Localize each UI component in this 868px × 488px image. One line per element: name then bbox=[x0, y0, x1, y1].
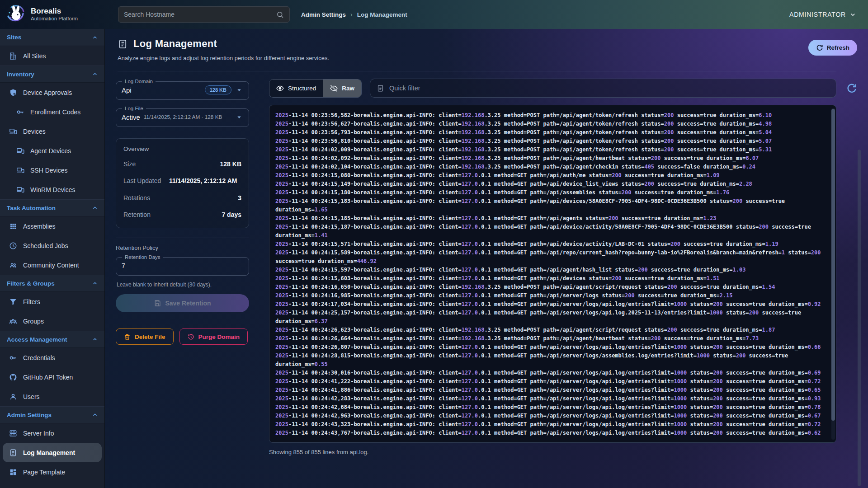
sidebar-item-groups[interactable]: Groups bbox=[0, 311, 104, 331]
log-domain-select[interactable]: Log Domain Api 128 KB bbox=[116, 79, 249, 100]
devices-icon bbox=[16, 166, 24, 174]
sidebar: SitesAll SitesInventoryDevice ApprovalsE… bbox=[0, 29, 105, 488]
overview-title: Overview bbox=[123, 145, 241, 152]
sidebar-item-assemblies[interactable]: Assemblies bbox=[0, 216, 104, 236]
clock-icon bbox=[9, 242, 17, 250]
log-line: 2025-11-14 00:24:16,985-borealis.engine.… bbox=[275, 291, 830, 300]
refresh-button[interactable]: Refresh bbox=[808, 40, 857, 56]
sidebar-item-device-approvals[interactable]: Device Approvals bbox=[0, 83, 104, 102]
log-file-value: Active bbox=[122, 113, 140, 121]
sidebar-section-label: Inventory bbox=[7, 71, 34, 78]
sidebar-item-server-info[interactable]: Server Info bbox=[0, 423, 104, 443]
raw-label: Raw bbox=[342, 85, 354, 92]
log-line: 2025-11-14 00:23:56,627-borealis.engine.… bbox=[275, 120, 830, 128]
divider bbox=[116, 238, 249, 238]
sidebar-item-label: Groups bbox=[23, 318, 44, 325]
eye-off-icon bbox=[330, 84, 338, 92]
log-line: 2025-11-14 00:24:16,650-borealis.engine.… bbox=[275, 283, 830, 291]
breadcrumb-admin-settings[interactable]: Admin Settings bbox=[301, 11, 346, 18]
sidebar-item-log-management[interactable]: Log Management bbox=[3, 443, 102, 462]
sidebar-item-community-content[interactable]: Community Content bbox=[0, 255, 104, 275]
sidebar-item-devices[interactable]: Devices bbox=[0, 122, 104, 141]
history-icon bbox=[188, 333, 194, 340]
search-input[interactable] bbox=[124, 11, 276, 18]
log-file-icon bbox=[377, 84, 384, 92]
sidebar-item-label: Page Template bbox=[23, 469, 65, 476]
log-line: 2025-11-14 00:24:25,157-borealis.engine.… bbox=[275, 309, 830, 326]
sidebar-item-enrollment-codes[interactable]: Enrollment Codes bbox=[0, 102, 104, 122]
overview-row-value: 3 bbox=[238, 193, 241, 202]
sidebar-item-label: GitHub API Token bbox=[23, 374, 73, 381]
chevron-down-icon bbox=[849, 11, 856, 18]
sidebar-section-access-management[interactable]: Access Management bbox=[0, 331, 104, 348]
overview-row-label: Retention bbox=[123, 210, 151, 219]
sidebar-section-inventory[interactable]: Inventory bbox=[0, 66, 104, 83]
overview-row-value: 11/14/2025, 2:12:12 AM bbox=[169, 176, 241, 185]
sidebar-section-task-automation[interactable]: Task Automation bbox=[0, 199, 104, 216]
sidebar-item-github-api-token[interactable]: GitHub API Token bbox=[0, 367, 104, 387]
save-retention-button[interactable]: Save Retention bbox=[116, 294, 249, 312]
overview-row-label: Size bbox=[123, 160, 136, 169]
sidebar-section-label: Access Management bbox=[7, 336, 67, 343]
refresh-icon bbox=[816, 44, 823, 52]
log-line: 2025-11-14 00:24:15,187-borealis.engine.… bbox=[275, 223, 830, 240]
quick-filter-input[interactable] bbox=[389, 84, 830, 92]
log-file-select[interactable]: Log File Active 11/14/2025, 2:12:12 AM ·… bbox=[116, 106, 249, 127]
sidebar-item-label: Credentials bbox=[23, 354, 55, 361]
overview-row-label: Rotations bbox=[123, 193, 150, 202]
log-line: 2025-11-14 00:24:15,183-borealis.engine.… bbox=[275, 197, 830, 214]
sidebar-item-label: Users bbox=[23, 393, 40, 400]
sidebar-item-all-sites[interactable]: All Sites bbox=[0, 46, 104, 66]
log-line: 2025-11-14 00:24:15,180-borealis.engine.… bbox=[275, 188, 830, 197]
sidebar-item-label: SSH Devices bbox=[30, 167, 67, 174]
log-line: 2025-11-14 00:24:26,664-borealis.engine.… bbox=[275, 334, 830, 343]
raw-mode-button[interactable]: Raw bbox=[323, 80, 361, 97]
sidebar-item-credentials[interactable]: Credentials bbox=[0, 348, 104, 367]
grid-icon bbox=[9, 222, 17, 230]
caret-down-icon bbox=[235, 113, 243, 121]
sidebar-item-page-template[interactable]: Page Template bbox=[0, 462, 104, 482]
delete-file-button[interactable]: Delete File bbox=[116, 328, 174, 345]
delete-file-label: Delete File bbox=[135, 333, 165, 340]
sidebar-section-filters-groups[interactable]: Filters & Groups bbox=[0, 275, 104, 292]
hostname-search[interactable] bbox=[118, 6, 290, 23]
log-scrollbar-thumb[interactable] bbox=[831, 109, 835, 421]
structured-mode-button[interactable]: Structured bbox=[269, 80, 323, 97]
log-output[interactable]: 2025-11-14 00:23:56,582-borealis.engine.… bbox=[269, 105, 836, 443]
log-line: 2025-11-14 00:24:42,963-borealis.engine.… bbox=[275, 412, 830, 420]
structured-label: Structured bbox=[288, 85, 316, 92]
sidebar-item-ssh-devices[interactable]: SSH Devices bbox=[0, 160, 104, 180]
breadcrumb-log-management[interactable]: Log Management bbox=[357, 11, 407, 18]
log-line: 2025-11-14 00:24:41,222-borealis.engine.… bbox=[275, 377, 830, 386]
sidebar-item-filters[interactable]: Filters bbox=[0, 292, 104, 311]
main-content: Refresh Log Management Analyze engine lo… bbox=[105, 29, 868, 488]
user-menu[interactable]: ADMINISTRATOR bbox=[789, 0, 856, 29]
quick-filter[interactable] bbox=[370, 79, 836, 98]
reload-log-button[interactable] bbox=[846, 83, 857, 94]
eye-icon bbox=[276, 84, 284, 92]
sidebar-section-sites[interactable]: Sites bbox=[0, 29, 104, 46]
purge-domain-button[interactable]: Purge Domain bbox=[179, 328, 248, 345]
sidebar-item-label: Enrollment Codes bbox=[30, 108, 80, 116]
top-bar: Borealis Automation Platform Admin Setti… bbox=[0, 0, 868, 29]
sidebar-section-admin-settings[interactable]: Admin Settings bbox=[0, 406, 104, 423]
user-menu-label: ADMINISTRATOR bbox=[789, 11, 846, 18]
log-line: 2025-11-14 00:24:43,323-borealis.engine.… bbox=[275, 420, 830, 429]
page-scrollbar[interactable] bbox=[858, 150, 861, 486]
sidebar-item-label: Server Info bbox=[23, 430, 54, 437]
log-line: 2025-11-14 00:24:28,815-borealis.engine.… bbox=[275, 352, 830, 369]
devices-icon bbox=[16, 186, 24, 194]
sidebar-section-label: Admin Settings bbox=[7, 412, 52, 418]
sidebar-item-winrm-devices[interactable]: WinRM Devices bbox=[0, 180, 104, 199]
sidebar-item-label: Filters bbox=[23, 298, 40, 305]
brand-tagline: Automation Platform bbox=[31, 16, 78, 21]
sidebar-item-users[interactable]: Users bbox=[0, 387, 104, 406]
log-line: 2025-11-14 00:24:15,080-borealis.engine.… bbox=[275, 171, 830, 180]
sidebar-item-scheduled-jobs[interactable]: Scheduled Jobs bbox=[0, 236, 104, 255]
sidebar-item-agent-devices[interactable]: Agent Devices bbox=[0, 141, 104, 160]
user-icon bbox=[9, 393, 17, 401]
chevron-up-icon bbox=[92, 280, 98, 286]
retention-days-field[interactable]: Retention Days 7 bbox=[116, 254, 249, 276]
github-icon bbox=[9, 373, 17, 381]
log-line: 2025-11-14 00:23:56,793-borealis.engine.… bbox=[275, 128, 830, 137]
